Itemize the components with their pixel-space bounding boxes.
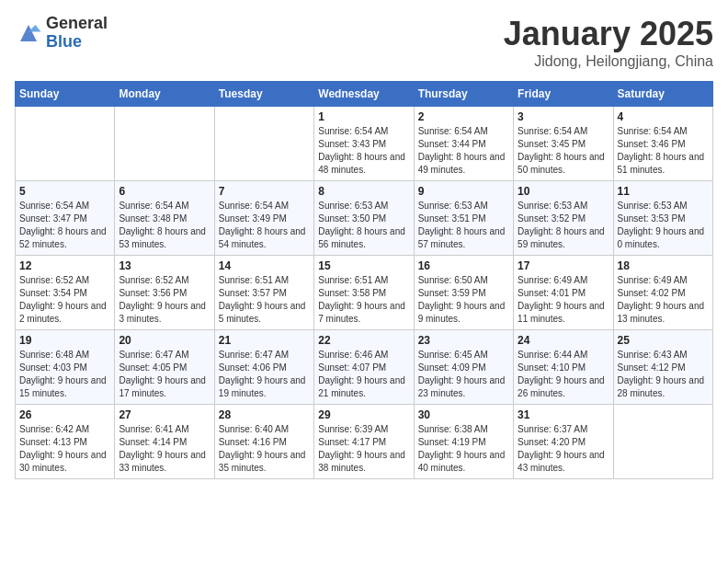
day-cell: 13Sunrise: 6:52 AM Sunset: 3:56 PM Dayli… — [115, 256, 214, 330]
day-number: 1 — [318, 110, 409, 123]
day-info: Sunrise: 6:52 AM Sunset: 3:54 PM Dayligh… — [19, 274, 110, 326]
day-info: Sunrise: 6:51 AM Sunset: 3:58 PM Dayligh… — [318, 274, 409, 326]
day-number: 19 — [19, 334, 110, 347]
day-info: Sunrise: 6:49 AM Sunset: 4:01 PM Dayligh… — [518, 274, 609, 326]
day-info: Sunrise: 6:42 AM Sunset: 4:13 PM Dayligh… — [19, 423, 110, 475]
day-cell: 10Sunrise: 6:53 AM Sunset: 3:52 PM Dayli… — [514, 181, 613, 256]
day-info: Sunrise: 6:53 AM Sunset: 3:53 PM Dayligh… — [618, 200, 709, 251]
day-number: 15 — [318, 259, 409, 272]
day-info: Sunrise: 6:54 AM Sunset: 3:43 PM Dayligh… — [318, 125, 409, 177]
day-info: Sunrise: 6:50 AM Sunset: 3:59 PM Dayligh… — [418, 274, 509, 326]
weekday-header-monday: Monday — [115, 82, 214, 107]
day-number: 10 — [518, 185, 609, 198]
page-header: General Blue January 2025 Jidong, Heilon… — [15, 15, 713, 70]
title-section: January 2025 Jidong, Heilongjiang, China — [504, 15, 713, 70]
day-number: 30 — [418, 408, 509, 421]
weekday-header-row: SundayMondayTuesdayWednesdayThursdayFrid… — [16, 82, 713, 107]
day-number: 9 — [418, 185, 509, 198]
weekday-header-tuesday: Tuesday — [214, 82, 313, 107]
week-row-3: 19Sunrise: 6:48 AM Sunset: 4:03 PM Dayli… — [16, 330, 713, 405]
day-number: 22 — [318, 334, 409, 347]
day-info: Sunrise: 6:54 AM Sunset: 3:46 PM Dayligh… — [618, 125, 709, 177]
day-info: Sunrise: 6:54 AM Sunset: 3:49 PM Dayligh… — [219, 200, 310, 251]
logo-blue-text: Blue — [46, 33, 108, 52]
svg-marker-1 — [28, 25, 41, 32]
day-info: Sunrise: 6:37 AM Sunset: 4:20 PM Dayligh… — [518, 423, 609, 475]
day-info: Sunrise: 6:48 AM Sunset: 4:03 PM Dayligh… — [19, 349, 110, 400]
day-info: Sunrise: 6:44 AM Sunset: 4:10 PM Dayligh… — [518, 349, 609, 400]
day-info: Sunrise: 6:54 AM Sunset: 3:45 PM Dayligh… — [518, 125, 609, 177]
day-cell: 9Sunrise: 6:53 AM Sunset: 3:51 PM Daylig… — [414, 181, 513, 256]
day-cell: 18Sunrise: 6:49 AM Sunset: 4:02 PM Dayli… — [613, 256, 712, 330]
day-info: Sunrise: 6:49 AM Sunset: 4:02 PM Dayligh… — [618, 274, 709, 326]
day-info: Sunrise: 6:41 AM Sunset: 4:14 PM Dayligh… — [119, 423, 210, 475]
day-number: 18 — [618, 259, 709, 272]
week-row-1: 5Sunrise: 6:54 AM Sunset: 3:47 PM Daylig… — [16, 181, 713, 256]
day-number: 6 — [119, 185, 210, 198]
day-cell: 23Sunrise: 6:45 AM Sunset: 4:09 PM Dayli… — [414, 330, 513, 405]
day-number: 23 — [418, 334, 509, 347]
logo-icon — [15, 19, 42, 47]
day-info: Sunrise: 6:39 AM Sunset: 4:17 PM Dayligh… — [318, 423, 409, 475]
day-number: 17 — [518, 259, 609, 272]
day-cell — [613, 405, 712, 479]
calendar-table: SundayMondayTuesdayWednesdayThursdayFrid… — [15, 81, 713, 479]
day-cell: 11Sunrise: 6:53 AM Sunset: 3:53 PM Dayli… — [613, 181, 712, 256]
day-info: Sunrise: 6:53 AM Sunset: 3:51 PM Dayligh… — [418, 200, 509, 251]
day-cell: 24Sunrise: 6:44 AM Sunset: 4:10 PM Dayli… — [514, 330, 613, 405]
day-info: Sunrise: 6:43 AM Sunset: 4:12 PM Dayligh… — [618, 349, 709, 400]
day-number: 28 — [219, 408, 310, 421]
day-info: Sunrise: 6:53 AM Sunset: 3:52 PM Dayligh… — [518, 200, 609, 251]
day-cell: 22Sunrise: 6:46 AM Sunset: 4:07 PM Dayli… — [314, 330, 414, 405]
day-cell: 26Sunrise: 6:42 AM Sunset: 4:13 PM Dayli… — [16, 405, 115, 479]
week-row-2: 12Sunrise: 6:52 AM Sunset: 3:54 PM Dayli… — [16, 256, 713, 330]
logo: General Blue — [15, 15, 108, 52]
day-info: Sunrise: 6:38 AM Sunset: 4:19 PM Dayligh… — [418, 423, 509, 475]
day-number: 26 — [19, 408, 110, 421]
day-number: 3 — [518, 110, 609, 123]
day-number: 24 — [518, 334, 609, 347]
day-info: Sunrise: 6:54 AM Sunset: 3:44 PM Dayligh… — [418, 125, 509, 177]
day-number: 27 — [119, 408, 210, 421]
day-info: Sunrise: 6:47 AM Sunset: 4:05 PM Dayligh… — [119, 349, 210, 400]
day-cell: 27Sunrise: 6:41 AM Sunset: 4:14 PM Dayli… — [115, 405, 214, 479]
location-title: Jidong, Heilongjiang, China — [504, 53, 713, 70]
day-info: Sunrise: 6:54 AM Sunset: 3:48 PM Dayligh… — [119, 200, 210, 251]
day-cell: 28Sunrise: 6:40 AM Sunset: 4:16 PM Dayli… — [214, 405, 313, 479]
day-cell: 14Sunrise: 6:51 AM Sunset: 3:57 PM Dayli… — [214, 256, 313, 330]
day-cell: 15Sunrise: 6:51 AM Sunset: 3:58 PM Dayli… — [314, 256, 414, 330]
day-cell: 20Sunrise: 6:47 AM Sunset: 4:05 PM Dayli… — [115, 330, 214, 405]
day-cell: 12Sunrise: 6:52 AM Sunset: 3:54 PM Dayli… — [16, 256, 115, 330]
day-info: Sunrise: 6:53 AM Sunset: 3:50 PM Dayligh… — [318, 200, 409, 251]
day-cell: 3Sunrise: 6:54 AM Sunset: 3:45 PM Daylig… — [514, 107, 613, 181]
day-cell: 25Sunrise: 6:43 AM Sunset: 4:12 PM Dayli… — [613, 330, 712, 405]
day-cell: 16Sunrise: 6:50 AM Sunset: 3:59 PM Dayli… — [414, 256, 513, 330]
day-info: Sunrise: 6:54 AM Sunset: 3:47 PM Dayligh… — [19, 200, 110, 251]
day-cell: 6Sunrise: 6:54 AM Sunset: 3:48 PM Daylig… — [115, 181, 214, 256]
day-cell: 2Sunrise: 6:54 AM Sunset: 3:44 PM Daylig… — [414, 107, 513, 181]
day-cell — [214, 107, 313, 181]
day-cell — [16, 107, 115, 181]
day-cell: 4Sunrise: 6:54 AM Sunset: 3:46 PM Daylig… — [613, 107, 712, 181]
day-cell: 7Sunrise: 6:54 AM Sunset: 3:49 PM Daylig… — [214, 181, 313, 256]
day-number: 20 — [119, 334, 210, 347]
day-cell: 21Sunrise: 6:47 AM Sunset: 4:06 PM Dayli… — [214, 330, 313, 405]
day-info: Sunrise: 6:40 AM Sunset: 4:16 PM Dayligh… — [219, 423, 310, 475]
week-row-0: 1Sunrise: 6:54 AM Sunset: 3:43 PM Daylig… — [16, 107, 713, 181]
day-cell: 19Sunrise: 6:48 AM Sunset: 4:03 PM Dayli… — [16, 330, 115, 405]
day-cell: 31Sunrise: 6:37 AM Sunset: 4:20 PM Dayli… — [514, 405, 613, 479]
day-number: 31 — [518, 408, 609, 421]
day-info: Sunrise: 6:46 AM Sunset: 4:07 PM Dayligh… — [318, 349, 409, 400]
day-cell: 5Sunrise: 6:54 AM Sunset: 3:47 PM Daylig… — [16, 181, 115, 256]
weekday-header-sunday: Sunday — [16, 82, 115, 107]
day-info: Sunrise: 6:45 AM Sunset: 4:09 PM Dayligh… — [418, 349, 509, 400]
day-number: 8 — [318, 185, 409, 198]
day-info: Sunrise: 6:52 AM Sunset: 3:56 PM Dayligh… — [119, 274, 210, 326]
day-cell: 30Sunrise: 6:38 AM Sunset: 4:19 PM Dayli… — [414, 405, 513, 479]
day-cell — [115, 107, 214, 181]
day-number: 7 — [219, 185, 310, 198]
day-number: 2 — [418, 110, 509, 123]
day-number: 4 — [618, 110, 709, 123]
day-info: Sunrise: 6:47 AM Sunset: 4:06 PM Dayligh… — [219, 349, 310, 400]
day-cell: 8Sunrise: 6:53 AM Sunset: 3:50 PM Daylig… — [314, 181, 414, 256]
